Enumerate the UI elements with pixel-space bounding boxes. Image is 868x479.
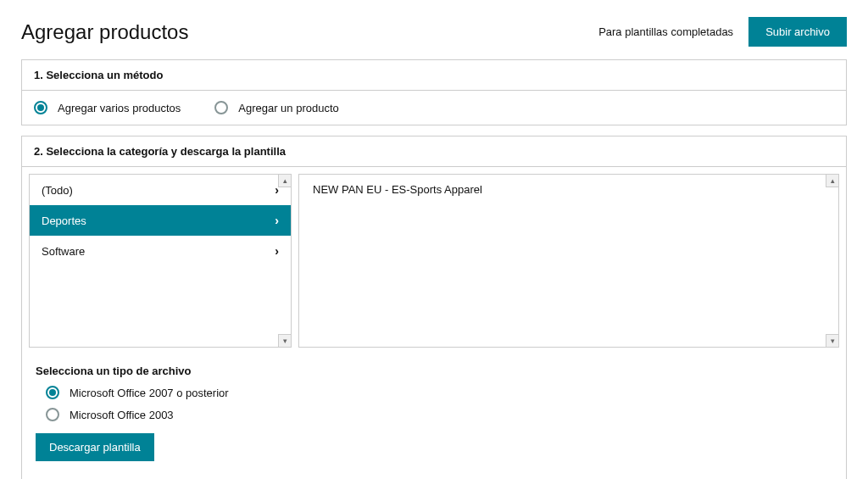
template-detail-panel: ▴ NEW PAN EU - ES-Sports Apparel ▾ [298, 174, 839, 348]
radio-icon [46, 386, 59, 399]
radio-icon [214, 101, 228, 114]
category-label: Deportes [42, 214, 86, 227]
scroll-up-icon[interactable]: ▴ [278, 175, 291, 187]
chevron-right-icon: › [275, 214, 279, 227]
radio-icon [34, 101, 47, 114]
download-template-button[interactable]: Descargar plantilla [36, 433, 154, 461]
file-type-label: Microsoft Office 2003 [70, 409, 174, 421]
file-type-label: Microsoft Office 2007 o posterior [70, 387, 229, 399]
step1-title: 1. Selecciona un método [22, 60, 846, 91]
step2-panel: 2. Selecciona la categoría y descarga la… [21, 136, 847, 479]
category-label: Software [42, 245, 85, 258]
category-item-deportes[interactable]: Deportes › [30, 205, 291, 236]
templates-link[interactable]: Para plantillas completadas [598, 25, 733, 38]
category-list: ▴ (Todo) › Deportes › Software › ▾ [29, 174, 292, 348]
radio-icon [46, 408, 59, 421]
method-option-multiple[interactable]: Agregar varios productos [34, 101, 181, 114]
help-row[interactable]: Cómo rellenar la plantilla ▶ [22, 471, 846, 479]
step1-panel: 1. Selecciona un método Agregar varios p… [21, 59, 847, 125]
step2-title: 2. Selecciona la categoría y descarga la… [22, 136, 846, 167]
category-label: (Todo) [42, 184, 73, 197]
scroll-down-icon[interactable]: ▾ [278, 334, 291, 347]
scroll-up-icon[interactable]: ▴ [826, 175, 838, 187]
category-item-all[interactable]: (Todo) › [30, 175, 291, 205]
scroll-down-icon[interactable]: ▾ [826, 334, 838, 347]
page-title: Agregar productos [21, 20, 188, 44]
file-type-title: Selecciona un tipo de archivo [36, 365, 832, 377]
method-option-single[interactable]: Agregar un producto [214, 101, 339, 114]
file-type-option-2007[interactable]: Microsoft Office 2007 o posterior [36, 386, 832, 399]
file-type-option-2003[interactable]: Microsoft Office 2003 [36, 408, 832, 421]
category-item-software[interactable]: Software › [30, 236, 291, 266]
method-label: Agregar varios productos [58, 102, 181, 114]
template-detail[interactable]: NEW PAN EU - ES-Sports Apparel [299, 175, 838, 204]
chevron-right-icon: › [275, 244, 279, 258]
method-label: Agregar un producto [238, 102, 339, 114]
upload-button[interactable]: Subir archivo [748, 17, 847, 47]
